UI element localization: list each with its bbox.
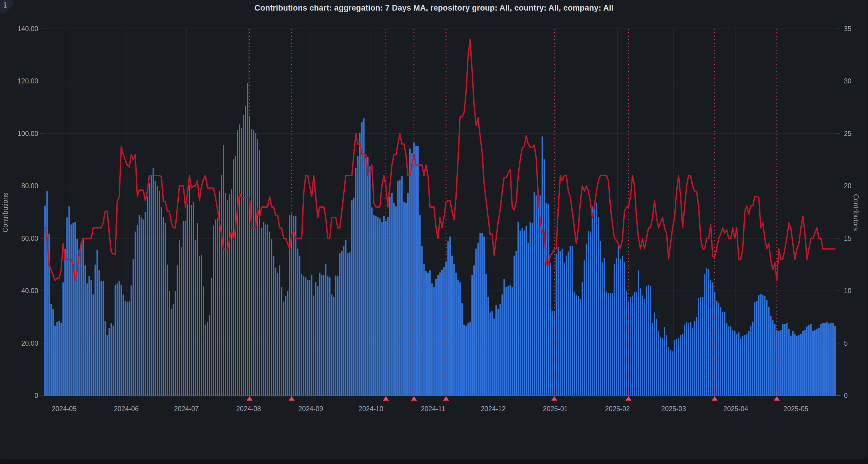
contribution-bar [732,330,734,396]
contribution-bar [718,303,719,396]
contribution-bar [814,330,816,396]
contribution-bar [387,217,389,396]
contribution-bar [359,133,361,396]
contribution-bar [680,335,681,396]
annotation-marker-triangle[interactable] [411,396,417,401]
contribution-bar [397,181,399,396]
contribution-bar [225,193,226,396]
contribution-bar [638,270,640,396]
annotation-marker-triangle[interactable] [383,396,389,401]
contribution-bar [449,236,451,396]
contribution-bar [355,168,357,396]
contribution-bar [558,247,559,396]
contribution-bar [520,231,521,396]
contribution-bar [644,299,645,396]
contribution-bar [389,197,391,396]
contribution-bar [704,274,706,396]
contribution-bar [766,300,768,396]
contribution-bar [668,347,670,396]
annotation-marker-triangle[interactable] [247,396,252,401]
contribution-bar [177,265,178,396]
contribution-bar [467,323,469,396]
contribution-bar [608,293,609,396]
contribution-bar [102,281,104,396]
contribution-bar [722,312,723,396]
contribution-bar [333,297,335,396]
right-axis-tick-label: 0 [844,392,848,399]
contribution-bar [251,129,252,396]
contribution-bar [130,286,132,396]
right-axis-tick-label: 35 [844,25,851,33]
contribution-bar [830,323,832,396]
contribution-bar [754,302,755,396]
contribution-bar [654,312,655,396]
x-axis-month-label: 2024-09 [298,405,323,412]
contribution-bar [197,223,198,396]
left-axis-tick-label: 80.00 [21,182,38,190]
contribution-bar [435,279,437,396]
contribution-bar [622,256,623,396]
annotation-marker-triangle[interactable] [626,396,631,401]
contribution-bar [481,233,483,396]
annotation-marker-triangle[interactable] [774,396,780,401]
contribution-bar [584,261,585,396]
contribution-bar [437,275,439,396]
contribution-bar [209,315,210,396]
contribution-bar [259,150,260,396]
contribution-bar [83,238,84,396]
contribution-bar [96,250,98,396]
contribution-bar [662,338,663,396]
contribution-bar [590,232,591,396]
contribution-bar [361,122,363,396]
right-axis-tick-label: 15 [844,235,851,242]
annotation-marker-triangle[interactable] [551,396,557,401]
left-axis-tick-label: 20.00 [21,339,38,347]
contribution-bar [215,219,216,396]
contribution-bar [658,331,659,396]
contribution-bar [541,137,543,396]
contribution-bar [824,323,826,396]
contribution-bar [744,335,745,396]
chart-canvas[interactable]: 0020.00540.001060.001580.0020100.0025120… [0,0,868,464]
contribution-bar [285,296,286,396]
contribution-bar [536,195,537,396]
contribution-bar [818,328,820,396]
annotation-marker-triangle[interactable] [289,396,295,401]
contribution-bar [187,204,188,396]
contribution-bar [79,250,80,396]
right-axis-tick-label: 30 [844,77,851,85]
contribution-bar [650,286,651,396]
annotation-marker-triangle[interactable] [712,396,718,401]
annotation-marker-triangle[interactable] [443,396,449,401]
contribution-bar [509,285,511,396]
contribution-bar [275,268,277,396]
contribution-bar [580,299,581,396]
contribution-bar [411,153,413,396]
contribution-bar [706,268,708,396]
contribution-bar [147,196,148,396]
contribution-bar [570,246,571,396]
contribution-bar [424,264,425,396]
contribution-bar [151,176,152,396]
left-axis-title: Contributions [1,189,9,236]
page-background-strip [0,459,868,464]
contribution-bar [134,232,136,396]
contribution-bar [153,168,154,396]
contribution-bar [95,265,96,396]
contribution-bar [586,244,587,396]
contribution-bar [726,323,727,396]
contribution-bar [239,125,240,396]
contribution-bar [281,287,282,396]
contribution-bar [552,311,553,396]
contribution-bar [422,246,423,396]
contribution-bar [74,222,76,396]
contribution-bar [373,215,375,396]
contribution-bar [349,252,350,396]
contribution-bar [616,258,617,396]
contribution-bar [505,287,507,396]
contribution-bar [524,231,525,396]
contribution-bar [495,305,497,396]
contribution-bar [782,324,784,396]
contribution-bar [66,217,68,396]
contribution-bar [181,247,182,396]
